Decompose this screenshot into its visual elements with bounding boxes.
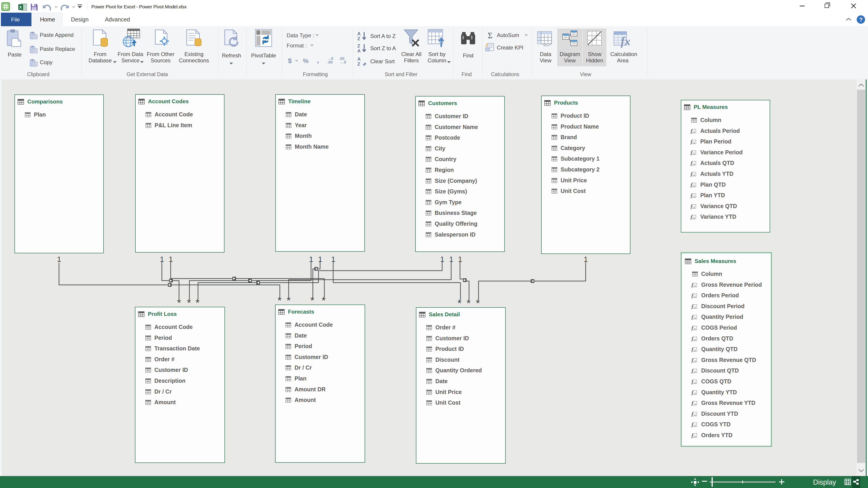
svg-text:*: * [467,297,471,309]
svg-text:*: * [195,297,199,308]
svg-text:1: 1 [440,255,444,263]
svg-text:1: 1 [309,255,313,263]
svg-text:1: 1 [449,255,454,263]
svg-text:1: 1 [458,255,462,263]
svg-text:*: * [278,295,282,306]
svg-text:1: 1 [160,255,164,263]
svg-text:*: * [322,295,326,306]
svg-text:*: * [476,297,480,309]
svg-text:*: * [187,297,191,308]
svg-text:1: 1 [318,255,322,263]
svg-text:*: * [177,297,181,308]
svg-text:*: * [287,295,291,306]
svg-text:1: 1 [331,255,336,263]
svg-text:*: * [310,295,314,306]
svg-text:*: * [458,297,462,309]
svg-text:1: 1 [57,255,61,263]
svg-text:1: 1 [584,255,588,263]
svg-text:1: 1 [168,255,173,263]
